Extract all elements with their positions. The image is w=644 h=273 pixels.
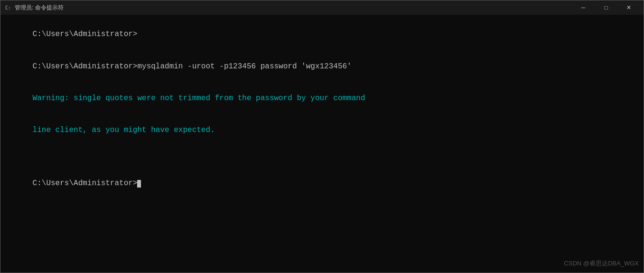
title-bar-controls: ─ □ ✕	[572, 0, 640, 15]
cmd-icon: C:	[4, 4, 12, 11]
watermark: CSDN @睿思达DBA_WGX	[564, 259, 639, 268]
title-bar-left: C: 管理员: 命令提示符	[4, 4, 64, 12]
line-1: C:\Users\Administrator>	[33, 30, 138, 38]
title-bar: C: 管理员: 命令提示符 ─ □ ✕	[0, 0, 644, 15]
terminal-content: C:\Users\Administrator> C:\Users\Adminis…	[5, 19, 639, 199]
terminal-body[interactable]: C:\Users\Administrator> C:\Users\Adminis…	[0, 15, 644, 273]
line-5: C:\Users\Administrator>	[33, 179, 138, 188]
close-button[interactable]: ✕	[618, 0, 640, 15]
line-4: line client, as you might have expected.	[33, 126, 215, 134]
maximize-button[interactable]: □	[595, 0, 617, 15]
line-2: C:\Users\Administrator>mysqladmin -uroot…	[33, 62, 352, 71]
svg-text:C:: C:	[5, 5, 11, 10]
line-3: Warning: single quotes were not trimmed …	[33, 94, 365, 103]
minimize-button[interactable]: ─	[572, 0, 594, 15]
cmd-window: C: 管理员: 命令提示符 ─ □ ✕ C:\Users\Administrat…	[0, 0, 644, 273]
title-text: 管理员: 命令提示符	[15, 4, 64, 12]
cursor	[137, 180, 141, 188]
